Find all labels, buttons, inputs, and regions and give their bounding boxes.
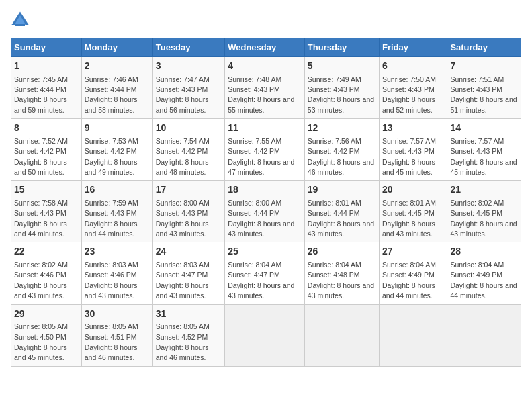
calendar-cell: 4 Sunrise: 7:48 AM Sunset: 4:43 PM Dayli… (225, 57, 305, 119)
cell-sunrise: Sunrise: 7:49 AM (308, 75, 361, 83)
logo (11, 11, 32, 30)
cell-daylight: Daylight: 8 hours and 43 minutes. (156, 281, 209, 300)
cell-daylight: Daylight: 8 hours and 45 minutes. (450, 158, 517, 176)
svg-rect-2 (15, 24, 25, 26)
cell-sunset: Sunset: 4:43 PM (85, 209, 137, 217)
cell-sunrise: Sunrise: 8:00 AM (228, 199, 281, 207)
day-number: 8 (14, 122, 79, 135)
week-row-1: 1 Sunrise: 7:45 AM Sunset: 4:44 PM Dayli… (11, 57, 521, 119)
cell-sunset: Sunset: 4:44 PM (14, 85, 66, 93)
cell-sunrise: Sunrise: 7:51 AM (450, 75, 504, 83)
header-sunday: Sunday (11, 38, 82, 57)
cell-sunset: Sunset: 4:43 PM (382, 85, 435, 93)
calendar-cell: 1 Sunrise: 7:45 AM Sunset: 4:44 PM Dayli… (11, 57, 82, 119)
calendar-cell: 25 Sunrise: 8:04 AM Sunset: 4:47 PM Dayl… (225, 242, 305, 304)
calendar-cell (304, 304, 379, 366)
cell-daylight: Daylight: 8 hours and 43 minutes. (14, 281, 67, 300)
cell-sunrise: Sunrise: 7:52 AM (14, 137, 68, 145)
logo-icon (11, 11, 30, 30)
cell-sunset: Sunset: 4:46 PM (14, 271, 66, 279)
day-number: 23 (85, 245, 150, 259)
calendar-cell: 20 Sunrise: 8:01 AM Sunset: 4:45 PM Dayl… (380, 181, 447, 242)
cell-daylight: Daylight: 8 hours and 56 minutes. (156, 95, 209, 113)
cell-daylight: Daylight: 8 hours and 43 minutes. (85, 281, 138, 300)
calendar-cell (225, 304, 305, 366)
cell-daylight: Daylight: 8 hours and 49 minutes. (85, 158, 138, 176)
cell-daylight: Daylight: 8 hours and 43 minutes. (308, 281, 374, 300)
cell-sunrise: Sunrise: 7:57 AM (382, 137, 436, 145)
cell-sunrise: Sunrise: 8:04 AM (450, 261, 504, 269)
cell-sunrise: Sunrise: 7:55 AM (228, 137, 281, 145)
cell-sunset: Sunset: 4:43 PM (156, 209, 208, 217)
day-number: 30 (85, 308, 150, 321)
cell-sunrise: Sunrise: 8:01 AM (308, 199, 361, 207)
calendar-cell: 19 Sunrise: 8:01 AM Sunset: 4:44 PM Dayl… (304, 181, 379, 242)
cell-sunrise: Sunrise: 7:58 AM (14, 199, 68, 207)
cell-daylight: Daylight: 8 hours and 55 minutes. (228, 95, 294, 113)
calendar-cell: 28 Sunrise: 8:04 AM Sunset: 4:49 PM Dayl… (447, 242, 521, 304)
cell-sunset: Sunset: 4:42 PM (228, 147, 280, 155)
cell-sunrise: Sunrise: 7:56 AM (308, 137, 361, 145)
day-number: 17 (156, 183, 222, 197)
cell-sunset: Sunset: 4:44 PM (228, 209, 280, 217)
day-number: 5 (308, 60, 376, 73)
calendar-cell: 5 Sunrise: 7:49 AM Sunset: 4:43 PM Dayli… (304, 57, 379, 119)
day-number: 13 (382, 122, 444, 135)
cell-daylight: Daylight: 8 hours and 53 minutes. (308, 95, 374, 113)
cell-sunrise: Sunrise: 8:05 AM (156, 322, 210, 330)
cell-sunset: Sunset: 4:49 PM (382, 271, 435, 279)
cell-daylight: Daylight: 8 hours and 48 minutes. (156, 158, 209, 176)
cell-sunrise: Sunrise: 8:05 AM (14, 322, 68, 330)
calendar-cell: 9 Sunrise: 7:53 AM Sunset: 4:42 PM Dayli… (81, 119, 152, 181)
cell-sunrise: Sunrise: 8:01 AM (382, 199, 436, 207)
cell-sunset: Sunset: 4:52 PM (156, 333, 208, 341)
cell-sunrise: Sunrise: 8:00 AM (156, 199, 210, 207)
cell-daylight: Daylight: 8 hours and 59 minutes. (14, 95, 67, 113)
day-number: 15 (14, 183, 79, 197)
cell-daylight: Daylight: 8 hours and 45 minutes. (14, 343, 67, 361)
header-monday: Monday (81, 38, 152, 57)
cell-sunset: Sunset: 4:45 PM (382, 209, 435, 217)
calendar-cell (380, 304, 447, 366)
day-number: 1 (14, 60, 79, 73)
cell-daylight: Daylight: 8 hours and 43 minutes. (228, 220, 294, 238)
header (11, 11, 521, 30)
calendar-cell: 21 Sunrise: 8:02 AM Sunset: 4:45 PM Dayl… (447, 181, 521, 242)
cell-sunset: Sunset: 4:42 PM (85, 147, 137, 155)
day-number: 7 (450, 60, 518, 73)
calendar-table: SundayMondayTuesdayWednesdayThursdayFrid… (11, 38, 521, 367)
cell-sunset: Sunset: 4:43 PM (14, 209, 66, 217)
week-row-4: 22 Sunrise: 8:02 AM Sunset: 4:46 PM Dayl… (11, 242, 521, 304)
cell-daylight: Daylight: 8 hours and 50 minutes. (14, 158, 67, 176)
cell-sunset: Sunset: 4:49 PM (450, 271, 502, 279)
cell-sunset: Sunset: 4:50 PM (14, 333, 66, 341)
calendar-cell: 26 Sunrise: 8:04 AM Sunset: 4:48 PM Dayl… (304, 242, 379, 304)
cell-daylight: Daylight: 8 hours and 44 minutes. (14, 220, 67, 238)
cell-daylight: Daylight: 8 hours and 44 minutes. (85, 220, 138, 238)
cell-sunset: Sunset: 4:43 PM (308, 85, 360, 93)
calendar-cell: 18 Sunrise: 8:00 AM Sunset: 4:44 PM Dayl… (225, 181, 305, 242)
cell-sunset: Sunset: 4:42 PM (14, 147, 66, 155)
cell-sunset: Sunset: 4:43 PM (156, 85, 208, 93)
cell-daylight: Daylight: 8 hours and 58 minutes. (85, 95, 138, 113)
calendar-cell: 31 Sunrise: 8:05 AM Sunset: 4:52 PM Dayl… (152, 304, 224, 366)
calendar-cell: 24 Sunrise: 8:03 AM Sunset: 4:47 PM Dayl… (152, 242, 224, 304)
day-number: 9 (85, 122, 150, 135)
cell-daylight: Daylight: 8 hours and 44 minutes. (450, 281, 517, 300)
day-number: 12 (308, 122, 376, 135)
cell-sunset: Sunset: 4:43 PM (228, 85, 280, 93)
calendar-cell: 3 Sunrise: 7:47 AM Sunset: 4:43 PM Dayli… (152, 57, 224, 119)
day-number: 11 (228, 122, 302, 135)
cell-daylight: Daylight: 8 hours and 43 minutes. (308, 220, 374, 238)
calendar-cell: 29 Sunrise: 8:05 AM Sunset: 4:50 PM Dayl… (11, 304, 82, 366)
cell-sunrise: Sunrise: 8:03 AM (156, 261, 210, 269)
calendar-cell: 6 Sunrise: 7:50 AM Sunset: 4:43 PM Dayli… (380, 57, 447, 119)
cell-sunrise: Sunrise: 7:53 AM (85, 137, 138, 145)
cell-sunset: Sunset: 4:42 PM (156, 147, 208, 155)
cell-sunset: Sunset: 4:42 PM (308, 147, 360, 155)
day-number: 20 (382, 183, 444, 197)
day-number: 27 (382, 245, 444, 259)
calendar-cell: 17 Sunrise: 8:00 AM Sunset: 4:43 PM Dayl… (152, 181, 224, 242)
cell-daylight: Daylight: 8 hours and 52 minutes. (382, 95, 435, 113)
cell-sunrise: Sunrise: 7:59 AM (85, 199, 138, 207)
